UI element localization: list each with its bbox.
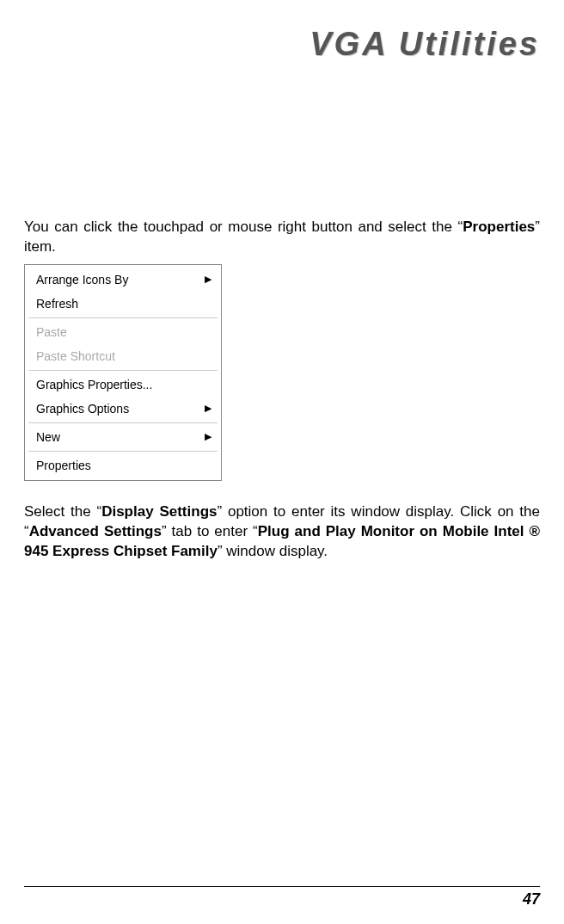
menu-item-arrange-icons[interactable]: Arrange Icons By ▶ (28, 268, 218, 292)
page-footer: 47 (24, 886, 540, 909)
menu-label: Paste (36, 325, 67, 339)
intro-pre: You can click the touchpad or mouse righ… (24, 219, 463, 235)
menu-separator (28, 422, 218, 423)
intro-bold: Properties (463, 219, 535, 235)
body-pre: Select the “ (24, 503, 101, 520)
menu-label: Refresh (36, 297, 78, 311)
intro-paragraph: You can click the touchpad or mouse righ… (24, 218, 540, 257)
body-mid2: ” tab to enter “ (162, 523, 258, 539)
menu-label: Graphics Properties... (36, 378, 152, 391)
menu-label: Arrange Icons By (36, 273, 128, 286)
page-title: VGA Utilities (24, 26, 540, 63)
body-bold1: Display Settings (101, 503, 217, 520)
menu-separator (28, 317, 218, 318)
body-paragraph: Select the “Display Settings” option to … (24, 502, 540, 562)
footer-divider (24, 886, 540, 887)
menu-item-refresh[interactable]: Refresh (28, 292, 218, 316)
menu-label: Properties (36, 459, 91, 472)
body-bold2: Advanced Settings (29, 523, 162, 539)
menu-item-properties[interactable]: Properties (28, 453, 218, 477)
body-post: ” window display. (218, 543, 328, 559)
menu-item-paste: Paste (28, 320, 218, 344)
menu-item-paste-shortcut: Paste Shortcut (28, 344, 218, 368)
submenu-arrow-icon: ▶ (205, 274, 212, 285)
context-menu: Arrange Icons By ▶ Refresh Paste Paste S… (24, 264, 222, 481)
menu-separator (28, 451, 218, 452)
submenu-arrow-icon: ▶ (205, 431, 212, 442)
menu-separator (28, 370, 218, 371)
menu-label: New (36, 430, 60, 444)
submenu-arrow-icon: ▶ (205, 403, 212, 414)
menu-label: Paste Shortcut (36, 349, 115, 363)
menu-label: Graphics Options (36, 402, 129, 416)
menu-item-graphics-properties[interactable]: Graphics Properties... (28, 373, 218, 397)
menu-item-graphics-options[interactable]: Graphics Options ▶ (28, 397, 218, 421)
menu-item-new[interactable]: New ▶ (28, 425, 218, 449)
page-number: 47 (24, 890, 540, 909)
